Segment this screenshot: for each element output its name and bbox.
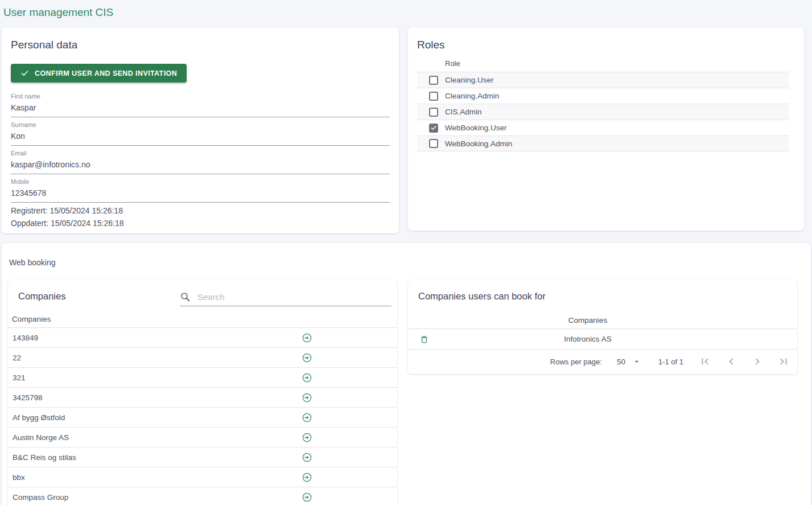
first-name-field[interactable]: First name Kaspar: [11, 93, 390, 117]
last-page-icon: [777, 355, 790, 368]
company-name: Af bygg Østfold: [8, 413, 295, 422]
surname-value[interactable]: Kon: [11, 129, 390, 146]
mobile-label: Mobile: [11, 178, 390, 186]
first-name-value[interactable]: Kaspar: [11, 100, 390, 117]
companies-heading: Companies: [18, 290, 180, 306]
page-title: User management CIS: [3, 6, 113, 19]
search-input[interactable]: [196, 291, 391, 302]
email-label: Email: [11, 150, 390, 157]
email-value[interactable]: kaspar@infotronics.no: [11, 157, 390, 174]
company-name: Compass Group: [8, 493, 295, 502]
registered-timestamp: Registrert: 15/05/2024 15:26:18: [11, 207, 390, 215]
add-company-button[interactable]: [302, 333, 312, 343]
add-company-button[interactable]: [302, 393, 312, 403]
company-row: B&C Reis og stilas: [8, 447, 397, 467]
company-name: B&C Reis og stilas: [8, 453, 295, 462]
roles-heading: Roles: [417, 39, 795, 51]
companies-search[interactable]: [180, 291, 391, 306]
bookable-companies-card: Companies users can book for Companies I…: [408, 280, 797, 374]
bookable-column-header: Companies: [440, 316, 736, 325]
confirm-user-button[interactable]: CONFIRM USER AND SEND INVITATION: [11, 64, 187, 83]
role-label: Cleaning.User: [445, 76, 494, 84]
rows-per-page-select[interactable]: 50: [617, 357, 641, 366]
company-row: 143849: [8, 328, 397, 348]
caret-down-icon: [632, 357, 641, 366]
pagination-range-label: 1-1 of 1: [658, 358, 683, 366]
role-row: Cleaning.User: [417, 72, 789, 88]
timestamps: Registrert: 15/05/2024 15:26:18 Oppdater…: [11, 207, 390, 227]
companies-column-header-row: Companies: [8, 311, 397, 328]
bookable-heading: Companies users can book for: [418, 290, 788, 302]
rows-per-page-value: 50: [617, 358, 625, 366]
checkmark-icon: [430, 124, 437, 132]
arrow-circle-right-icon: [302, 333, 312, 343]
search-icon: [180, 291, 191, 302]
role-row: WebBooking.Admin: [417, 136, 789, 151]
email-field[interactable]: Email kaspar@infotronics.no: [11, 150, 390, 174]
arrow-circle-right-icon: [302, 433, 312, 442]
add-company-button[interactable]: [302, 453, 312, 462]
role-row: WebBooking.User: [417, 120, 789, 136]
arrow-circle-right-icon: [302, 373, 312, 383]
arrow-circle-right-icon: [302, 473, 312, 482]
mobile-value[interactable]: 12345678: [11, 186, 390, 203]
next-page-button[interactable]: [751, 355, 764, 368]
role-label: CIS.Admin: [445, 108, 482, 116]
check-icon: [20, 69, 29, 77]
personal-data-heading: Personal data: [11, 39, 390, 51]
company-row: 22: [8, 348, 397, 368]
pager-buttons: [686, 355, 790, 368]
add-company-button[interactable]: [302, 353, 312, 363]
arrow-circle-right-icon: [302, 413, 312, 422]
role-label: Cleaning.Admin: [445, 92, 499, 100]
first-page-button[interactable]: [698, 355, 712, 368]
company-name: 143849: [8, 334, 295, 342]
personal-data-fields: First name Kaspar Surname Kon Email kasp…: [11, 93, 390, 203]
role-checkbox[interactable]: [429, 108, 438, 117]
remove-company-button[interactable]: [419, 334, 429, 344]
add-company-button[interactable]: [302, 473, 312, 482]
arrow-circle-right-icon: [302, 393, 312, 403]
role-checkbox[interactable]: [429, 92, 438, 101]
arrow-circle-right-icon: [302, 353, 312, 363]
add-company-button[interactable]: [302, 433, 312, 442]
company-row: Compass Group: [8, 487, 397, 505]
surname-field[interactable]: Surname Kon: [11, 121, 390, 146]
previous-page-button[interactable]: [724, 355, 738, 368]
role-label: WebBooking.User: [445, 124, 507, 132]
role-label: WebBooking.Admin: [445, 139, 512, 148]
confirm-user-button-label: CONFIRM USER AND SEND INVITATION: [35, 69, 177, 77]
company-name: 3425798: [8, 393, 295, 402]
rows-per-page-label: Rows per page:: [550, 358, 602, 366]
companies-column-header: Companies: [8, 315, 295, 323]
company-name: 22: [8, 354, 295, 362]
company-name: Austin Norge AS: [8, 433, 295, 442]
surname-label: Surname: [11, 121, 390, 129]
roles-list: Cleaning.User Cleaning.Admin CIS.Admin W…: [417, 72, 789, 151]
arrow-circle-right-icon: [302, 492, 312, 502]
trash-icon: [419, 334, 429, 344]
role-checkbox[interactable]: [429, 139, 438, 148]
add-company-button[interactable]: [302, 492, 312, 502]
last-page-button[interactable]: [777, 355, 790, 368]
role-column-header: Role: [417, 56, 795, 71]
first-name-label: First name: [11, 93, 390, 100]
company-name: bbx: [8, 473, 295, 482]
web-booking-panel: Web booking Companies Companies 143849: [2, 243, 811, 505]
role-checkbox[interactable]: [429, 124, 438, 133]
first-page-icon: [699, 355, 711, 368]
role-row: CIS.Admin: [417, 104, 789, 120]
companies-card: Companies Companies 143849: [8, 280, 397, 505]
role-checkbox[interactable]: [429, 76, 438, 85]
company-row: Austin Norge AS: [8, 428, 397, 447]
add-company-button[interactable]: [302, 413, 312, 422]
arrow-circle-right-icon: [302, 453, 312, 462]
pagination-bar: Rows per page: 50 1-1 of 1: [408, 350, 797, 373]
company-row: bbx: [8, 467, 397, 487]
chevron-right-icon: [751, 355, 764, 368]
mobile-field[interactable]: Mobile 12345678: [11, 178, 390, 203]
bookable-list: Infotronics AS: [408, 329, 797, 350]
add-company-button[interactable]: [302, 373, 312, 383]
bookable-column-header-row: Companies: [408, 312, 797, 329]
bookable-company-name: Infotronics AS: [440, 335, 736, 343]
